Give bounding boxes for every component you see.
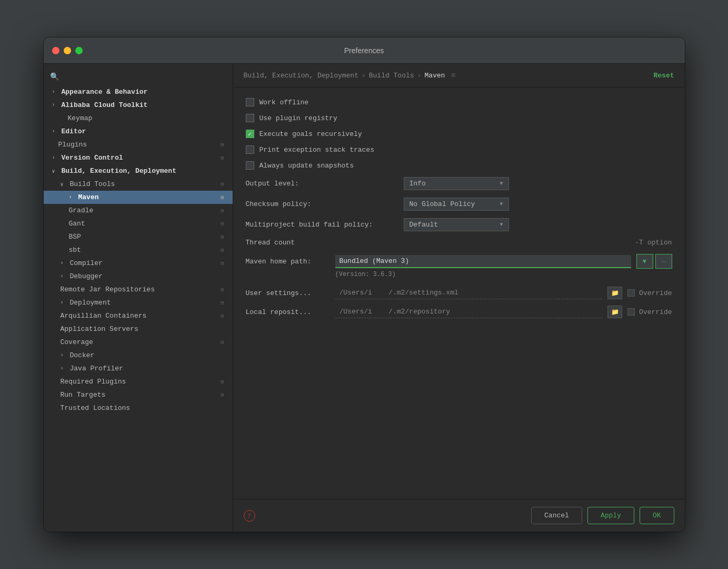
icon-box: ⊞ <box>221 207 224 214</box>
sidebar-item-label: Remote Jar Repositories <box>61 286 155 293</box>
plugin-registry-label: Use plugin registry <box>260 114 337 122</box>
print-exception-checkbox[interactable] <box>246 145 254 154</box>
checksum-policy-label: Checksum policy: <box>246 200 393 208</box>
reset-button[interactable]: Reset <box>653 72 674 80</box>
local-repo-folder-btn[interactable]: 📁 <box>607 306 622 318</box>
checksum-policy-dropdown[interactable]: No Global Policy ▼ <box>404 198 509 211</box>
plugin-registry-checkbox-container[interactable]: Use plugin registry <box>246 114 337 122</box>
sidebar-item-app-servers[interactable]: Application Servers <box>44 322 233 336</box>
work-offline-checkbox-container[interactable]: Work offline <box>246 98 309 106</box>
cancel-button[interactable]: Cancel <box>531 507 582 524</box>
maximize-button[interactable] <box>75 47 83 54</box>
sidebar-item-compiler[interactable]: › Compiler ⊞ <box>44 257 233 270</box>
sidebar-item-label: Build, Execution, Deployment <box>62 167 176 175</box>
maven-version-text: (Version: 3.6.3) <box>335 271 672 278</box>
sidebar-item-version-control[interactable]: › Version Control ⊞ <box>44 151 233 164</box>
icon-box: ⊞ <box>221 312 224 319</box>
traffic-lights <box>52 47 83 54</box>
sidebar-item-arquillian[interactable]: Arquillian Containers ⊞ <box>44 309 233 322</box>
sidebar-item-label: BSP <box>69 233 81 241</box>
icon-box: ⊞ <box>221 220 224 227</box>
sidebar-item-maven[interactable]: › Maven ⊞ <box>44 191 233 204</box>
sidebar-item-docker[interactable]: › Docker <box>44 349 233 362</box>
chevron-down-icon: ▼ <box>500 181 503 187</box>
main-panel: Build, Execution, Deployment › Build Too… <box>233 64 685 532</box>
chevron-icon: › <box>61 260 67 266</box>
close-button[interactable] <box>52 47 59 54</box>
sidebar-item-gant[interactable]: Gant ⊞ <box>44 217 233 230</box>
maven-home-row: Maven home path: ▼ ··· <box>246 254 672 269</box>
multiproject-policy-row: Multiproject build fail policy: Default … <box>246 218 672 231</box>
search-bar[interactable]: 🔍 <box>44 68 233 85</box>
chevron-icon: › <box>61 366 67 371</box>
sidebar-item-build-tools[interactable]: ∨ Build Tools ⊞ <box>44 178 233 191</box>
chevron-icon: ∨ <box>61 181 67 188</box>
bottom-bar: ? Cancel Apply OK <box>233 499 685 532</box>
chevron-icon: › <box>69 194 75 200</box>
sidebar-item-coverage[interactable]: Coverage ⊞ <box>44 336 233 349</box>
user-settings-override-checkbox[interactable] <box>627 289 635 297</box>
sidebar-item-remote-jar[interactable]: Remote Jar Repositories ⊞ <box>44 283 233 296</box>
execute-goals-checkbox[interactable]: ✓ <box>246 130 254 138</box>
option-always-update: Always update snapshots <box>246 161 672 170</box>
sidebar-item-gradle[interactable]: Gradle ⊞ <box>44 204 233 217</box>
icon-box: ⊞ <box>221 299 224 306</box>
breadcrumb-separator: › <box>362 72 366 80</box>
user-settings-input[interactable] <box>335 287 603 299</box>
sidebar-item-label: Required Plugins <box>61 378 126 386</box>
maven-home-input[interactable] <box>335 255 631 268</box>
output-level-dropdown[interactable]: Info ▼ <box>404 177 509 190</box>
sidebar-item-trusted-locations[interactable]: Trusted Locations <box>44 401 233 415</box>
print-exception-checkbox-container[interactable]: Print exception stack traces <box>246 145 374 154</box>
help-icon[interactable]: ? <box>244 510 255 522</box>
sidebar-item-label: Arquillian Containers <box>61 312 147 320</box>
sidebar-item-editor[interactable]: › Editor <box>44 125 233 138</box>
sidebar-item-label: Java Profiler <box>70 365 123 372</box>
sidebar-item-required-plugins[interactable]: Required Plugins ⊞ <box>44 375 233 388</box>
always-update-label: Always update snapshots <box>260 162 354 170</box>
output-level-label: Output level: <box>246 180 393 188</box>
user-settings-row: User settings... 📁 Override <box>246 287 672 299</box>
checkmark-icon: ✓ <box>248 131 252 138</box>
local-repo-input[interactable] <box>335 306 603 318</box>
sidebar-item-java-profiler[interactable]: › Java Profiler <box>44 362 233 375</box>
always-update-checkbox-container[interactable]: Always update snapshots <box>246 161 354 170</box>
local-repo-override-checkbox[interactable] <box>627 308 635 316</box>
plugin-registry-checkbox[interactable] <box>246 114 254 122</box>
sidebar-item-bsp[interactable]: BSP ⊞ <box>44 230 233 243</box>
user-settings-folder-btn[interactable]: 📁 <box>607 287 622 299</box>
chevron-down-icon-2: ▼ <box>500 201 503 207</box>
breadcrumb-icon: ⊞ <box>451 71 455 80</box>
checksum-policy-value: No Global Policy <box>410 200 496 208</box>
chevron-icon: ∨ <box>52 168 58 174</box>
sidebar-item-alibaba[interactable]: › Alibaba Cloud Toolkit <box>44 99 233 112</box>
sidebar-item-plugins[interactable]: Plugins ⊞ <box>44 138 233 151</box>
apply-button[interactable]: Apply <box>587 507 634 524</box>
sidebar-item-run-targets[interactable]: Run Targets ⊞ <box>44 388 233 401</box>
minimize-button[interactable] <box>64 47 71 54</box>
sidebar-item-appearance[interactable]: › Appearance & Behavior <box>44 85 233 99</box>
execute-goals-checkbox-container[interactable]: ✓ Execute goals recursively <box>246 130 362 138</box>
option-print-exception: Print exception stack traces <box>246 145 672 154</box>
ok-button[interactable]: OK <box>640 507 674 524</box>
sidebar-item-sbt[interactable]: sbt ⊞ <box>44 243 233 257</box>
multiproject-policy-dropdown[interactable]: Default ▼ <box>404 218 509 231</box>
sidebar-item-label: Plugins <box>58 141 87 149</box>
sidebar: 🔍 › Appearance & Behavior › Alibaba Clou… <box>44 64 233 532</box>
option-work-offline: Work offline <box>246 98 672 106</box>
chevron-icon: › <box>52 89 58 95</box>
sidebar-item-label: Build Tools <box>70 180 115 188</box>
sidebar-item-keymap[interactable]: Keymap <box>44 112 233 125</box>
sidebar-item-build-execution[interactable]: ∨ Build, Execution, Deployment <box>44 164 233 178</box>
sidebar-item-label: Version Control <box>62 154 123 162</box>
thread-count-row: Thread count -T option <box>246 239 672 247</box>
sidebar-item-label: Trusted Locations <box>61 404 131 412</box>
user-settings-override-label: Override <box>639 289 672 297</box>
local-repo-row: Local reposit... 📁 Override <box>246 306 672 318</box>
maven-path-dropdown-btn[interactable]: ▼ <box>636 254 653 269</box>
sidebar-item-deployment[interactable]: › Deployment ⊞ <box>44 296 233 309</box>
always-update-checkbox[interactable] <box>246 161 254 170</box>
sidebar-item-debugger[interactable]: › Debugger <box>44 270 233 283</box>
work-offline-checkbox[interactable] <box>246 98 254 106</box>
maven-path-browse-btn[interactable]: ··· <box>655 254 672 269</box>
